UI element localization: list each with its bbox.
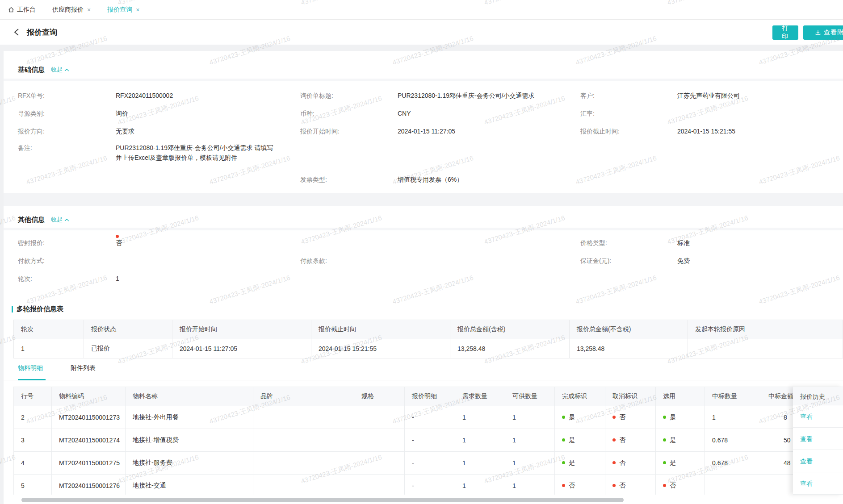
divider xyxy=(4,79,843,81)
view-history-link[interactable]: 查看 xyxy=(800,480,813,487)
col-total-with-tax: 报价总金额(含税) xyxy=(450,320,570,339)
field-row: 报价方向: 无要求 报价开始时间: 2024-01-15 11:27:05 报价… xyxy=(4,123,843,139)
history-cell: 查看 xyxy=(793,405,843,428)
total-with-tax-cell: 13,258.48 xyxy=(450,339,570,358)
collapse-toggle[interactable]: 收起 xyxy=(51,66,69,74)
tab-supplier-quote[interactable]: 供应商报价 × xyxy=(52,6,91,14)
selected-cell: 是 xyxy=(656,429,705,452)
quote-start-label: 报价开始时间: xyxy=(300,123,340,139)
round-no-cell: 1 xyxy=(14,339,84,358)
sourcing-category-value: 询价 xyxy=(116,105,128,121)
section-title-text: 其他信息 xyxy=(18,216,45,224)
customer-value: 江苏先声药业有限公司 xyxy=(677,87,740,104)
field-row: 发票类型: 增值税专用发票（6%） xyxy=(4,171,843,187)
collapse-toggle[interactable]: 收起 xyxy=(51,216,69,224)
material-row: 5 MT202401150001276 地接社-交通 - 1 1 否 否 否 xyxy=(14,475,843,495)
quote-end-cell: 2024-01-15 15:21:55 xyxy=(311,339,450,358)
home-icon xyxy=(8,7,14,13)
tab-workbench[interactable]: 工作台 xyxy=(8,6,36,14)
deposit-value: 免费 xyxy=(677,253,690,269)
tab-material-detail[interactable]: 物料明细 xyxy=(18,364,43,372)
horizontal-scrollbar-thumb[interactable] xyxy=(21,498,624,502)
col-done-flag: 完成标识 xyxy=(555,387,605,406)
field-row: 付款方式: 付款条款: 保证金(元): 免费 xyxy=(4,253,843,269)
history-cell: 查看 xyxy=(793,472,843,495)
selected-cell: 是 xyxy=(656,452,705,475)
done-flag-cell: 是 xyxy=(555,452,605,475)
rounds-table: 轮次 报价状态 报价开始时间 报价截止时间 报价总金额(含税) 报价总金额(不含… xyxy=(13,320,843,358)
chevron-up-icon xyxy=(64,218,69,221)
tabs-underline-track xyxy=(4,380,843,380)
cancel-flag-cell: 否 xyxy=(605,452,656,475)
selected-cell: 是 xyxy=(656,406,705,429)
material-row: 3 MT202401150001274 地接社-增值税费 - 1 1 是 否 是… xyxy=(14,429,843,452)
currency-label: 币种: xyxy=(300,105,315,121)
done-flag-cell: 否 xyxy=(555,475,605,495)
view-attachment-label: 查看附件 xyxy=(824,29,843,37)
tab-workbench-label: 工作台 xyxy=(17,6,36,14)
col-supply-qty: 可供数量 xyxy=(505,387,555,406)
col-quote-detail: 报价明细 xyxy=(405,387,455,406)
detail-tabs: 物料明细 附件列表 xyxy=(4,359,843,380)
inquiry-title-value: PUR2312080-1.19邓佳重庆-会务公司/小交通需求 xyxy=(398,87,535,104)
quote-direction-label: 报价方向: xyxy=(18,123,45,139)
close-icon[interactable]: × xyxy=(136,6,139,13)
arrow-left-icon xyxy=(12,27,22,37)
payment-terms-label: 付款条款: xyxy=(300,253,327,269)
divider xyxy=(4,228,843,230)
quote-end-value: 2024-01-15 15:21:55 xyxy=(677,123,735,139)
material-row: 4 MT202401150001275 地接社-服务费 - 1 1 是 否 是 … xyxy=(14,452,843,475)
status-dot-red xyxy=(612,416,616,419)
quote-start-value: 2024-01-15 11:27:05 xyxy=(398,123,455,139)
status-dot-green xyxy=(663,461,666,464)
payment-method-label: 付款方式: xyxy=(18,253,45,269)
deposit-label: 保证金(元): xyxy=(580,253,611,269)
quote-direction-value: 无要求 xyxy=(116,123,134,139)
price-type-label: 价格类型: xyxy=(580,235,607,251)
col-cancel-flag: 取消标识 xyxy=(605,387,656,406)
col-demand-qty: 需求数量 xyxy=(455,387,505,406)
download-icon xyxy=(815,29,821,36)
status-dot-red xyxy=(663,484,666,487)
status-dot-green xyxy=(562,438,565,442)
remark-value: PUR2312080-1.19邓佳重庆-会务公司/小交通需求 请填写并上传Exc… xyxy=(116,143,277,162)
done-flag-cell: 是 xyxy=(555,406,605,429)
customer-label: 客户: xyxy=(580,87,595,104)
price-type-value: 标准 xyxy=(677,235,690,251)
status-dot-green xyxy=(663,438,666,442)
tab-divider xyxy=(99,6,99,13)
tab-quote-query-label: 报价查询 xyxy=(107,6,132,14)
round-label: 轮次: xyxy=(18,271,32,287)
invoice-type-value: 增值税专用发票（6%） xyxy=(398,171,463,187)
col-round-no: 轮次 xyxy=(14,320,84,339)
history-cell: 查看 xyxy=(793,428,843,450)
field-row: 密封报价: 否 价格类型: 标准 xyxy=(4,235,843,251)
col-brand: 品牌 xyxy=(253,387,354,406)
back-button[interactable] xyxy=(12,27,22,37)
print-button[interactable]: 打 印 xyxy=(772,25,798,40)
rounds-table-row: 1 已报价 2024-01-15 11:27:05 2024-01-15 15:… xyxy=(14,339,843,358)
view-attachment-button[interactable]: 查看附件 xyxy=(803,25,843,40)
tab-quote-query[interactable]: 报价查询 × xyxy=(107,6,139,14)
inquiry-title-label: 询价单标题: xyxy=(300,87,333,104)
status-dot-red xyxy=(612,484,616,487)
quote-status-cell: 已报价 xyxy=(84,339,172,358)
col-total-without-tax: 报价总金额(不含税) xyxy=(570,320,688,339)
done-flag-cell: 是 xyxy=(555,429,605,452)
invoice-type-label: 发票类型: xyxy=(300,171,327,187)
col-line-no: 行号 xyxy=(14,387,52,406)
status-dot-red xyxy=(612,461,616,464)
rounds-header-row: 轮次 报价状态 报价开始时间 报价截止时间 报价总金额(含税) 报价总金额(不含… xyxy=(14,320,843,339)
horizontal-scrollbar-track xyxy=(13,497,841,503)
material-table-scroll-area[interactable]: 行号 物料编码 物料名称 品牌 规格 报价明细 需求数量 可供数量 完成标识 取… xyxy=(13,387,843,495)
page-header: 报价查询 打 印 查看附件 xyxy=(0,20,843,45)
view-history-link[interactable]: 查看 xyxy=(800,458,813,465)
content-card: 基础信息 收起 RFX单号: RFX2024011500002 询价单标题: P… xyxy=(4,51,843,504)
selected-cell: 否 xyxy=(656,475,705,495)
view-history-link[interactable]: 查看 xyxy=(800,435,813,442)
collapse-label: 收起 xyxy=(51,66,63,74)
view-history-link[interactable]: 查看 xyxy=(800,413,813,420)
col-win-qty: 中标数量 xyxy=(705,387,761,406)
close-icon[interactable]: × xyxy=(87,6,91,13)
tab-attachment-list[interactable]: 附件列表 xyxy=(71,364,96,372)
